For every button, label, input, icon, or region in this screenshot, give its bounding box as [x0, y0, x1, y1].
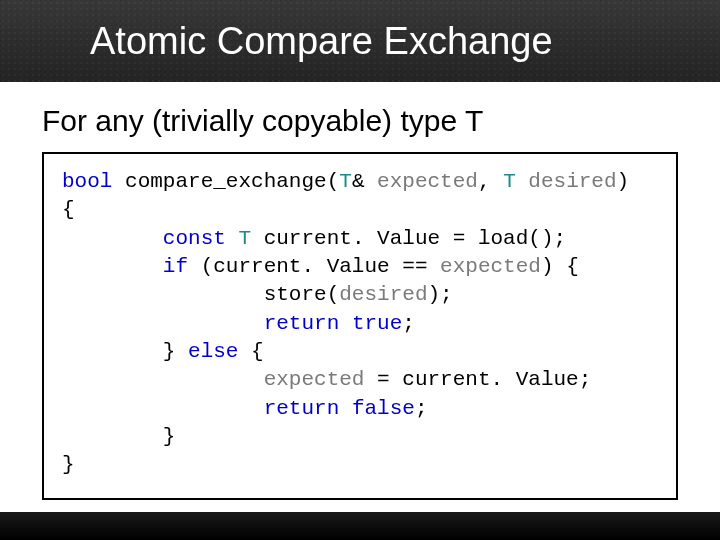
- code-keyword: bool: [62, 170, 112, 193]
- code-text: [62, 255, 163, 278]
- code-text: ) {: [541, 255, 579, 278]
- code-text: = current. Value;: [364, 368, 591, 391]
- code-var: expected: [264, 368, 365, 391]
- code-text: );: [427, 283, 452, 306]
- code-text: [62, 227, 163, 250]
- code-keyword: true: [352, 312, 402, 335]
- code-var: desired: [528, 170, 616, 193]
- code-text: }: [163, 340, 188, 363]
- code-text: [339, 312, 352, 335]
- code-var: expected: [440, 255, 541, 278]
- code-text: [62, 397, 264, 420]
- code-text: ;: [415, 397, 428, 420]
- code-text: &: [352, 170, 377, 193]
- code-type: T: [503, 170, 516, 193]
- code-text: [226, 227, 239, 250]
- code-text: ,: [478, 170, 503, 193]
- code-text: [62, 425, 163, 448]
- header-bar: Atomic Compare Exchange: [0, 0, 720, 82]
- footer-bar: [0, 512, 720, 540]
- code-text: [62, 340, 163, 363]
- code-text: [339, 397, 352, 420]
- code-text: ): [617, 170, 630, 193]
- code-block: bool compare_exchange(T& expected, T des…: [42, 152, 678, 500]
- code-text: [62, 312, 264, 335]
- code-keyword: const: [163, 227, 226, 250]
- code-keyword: if: [163, 255, 188, 278]
- slide-subtitle: For any (trivially copyable) type T: [0, 82, 720, 152]
- code-text: {: [238, 340, 263, 363]
- code-type: T: [339, 170, 352, 193]
- slide-title: Atomic Compare Exchange: [90, 20, 553, 63]
- code-text: ;: [402, 312, 415, 335]
- code-keyword: else: [188, 340, 238, 363]
- code-text: [516, 170, 529, 193]
- code-text: [62, 283, 264, 306]
- code-var: expected: [377, 170, 478, 193]
- code-keyword: return: [264, 312, 340, 335]
- code-keyword: false: [352, 397, 415, 420]
- code-text: }: [163, 425, 176, 448]
- code-text: {: [62, 198, 75, 221]
- code-keyword: return: [264, 397, 340, 420]
- code-var: desired: [339, 283, 427, 306]
- code-text: compare_exchange(: [112, 170, 339, 193]
- code-type: T: [238, 227, 251, 250]
- code-text: current. Value = load();: [251, 227, 566, 250]
- code-text: }: [62, 453, 75, 476]
- code-text: [62, 368, 264, 391]
- code-text: (current. Value ==: [188, 255, 440, 278]
- code-text: store(: [264, 283, 340, 306]
